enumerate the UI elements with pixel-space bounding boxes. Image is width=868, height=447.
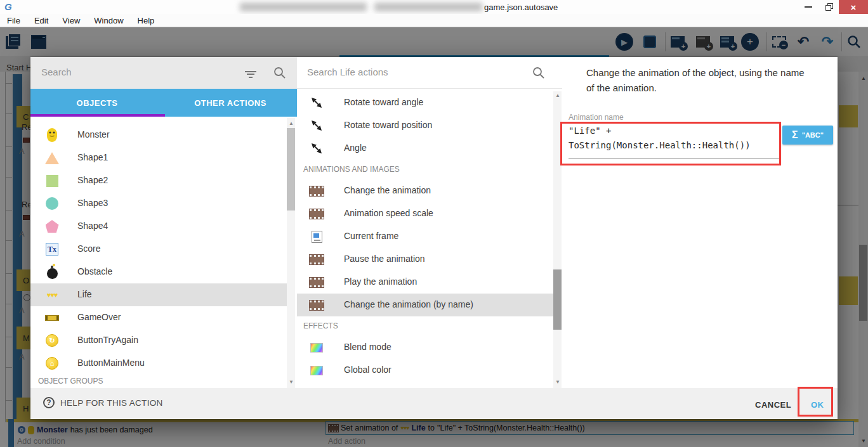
list-item-shape3[interactable]: Shape3 [30, 192, 287, 215]
film-strip-icon [307, 202, 326, 225]
window-title: game.json.autosave [484, 3, 558, 12]
search-icon[interactable] [273, 66, 287, 80]
action-item[interactable]: Rotate toward position [297, 114, 553, 137]
action-item[interactable]: Global color [297, 359, 553, 382]
action-item[interactable]: Current frame [297, 225, 553, 248]
circle-icon [43, 192, 61, 215]
scroll-down-icon[interactable]: ▼ [555, 379, 560, 385]
action-item[interactable]: Rotate toward angle [297, 91, 553, 114]
list-item-shape1[interactable]: Shape1 [30, 146, 287, 169]
field-label: Animation name [569, 113, 624, 122]
title-bar: G game.json.autosave × [0, 0, 868, 14]
list-item-shape2[interactable]: Shape2 [30, 169, 287, 192]
scroll-up-icon[interactable]: ▲ [289, 120, 294, 126]
section-header-animations: ANIMATIONS AND IMAGES [303, 165, 400, 174]
object-groups-header: OBJECT GROUPS [38, 377, 103, 385]
close-icon: × [851, 2, 857, 13]
film-strip-icon [307, 248, 326, 271]
filter-icon[interactable] [245, 69, 256, 79]
film-strip-icon [307, 179, 326, 202]
restore-icon [825, 3, 833, 11]
rainbow-icon [307, 359, 326, 382]
close-button[interactable]: × [839, 0, 868, 14]
app-logo-icon: G [4, 1, 12, 12]
action-item[interactable]: Angle [297, 137, 553, 160]
text-object-icon: Tx [43, 238, 61, 261]
menu-view[interactable]: View [55, 16, 87, 25]
menu-help[interactable]: Help [131, 16, 162, 25]
frame-icon [307, 225, 326, 248]
rainbow-icon [307, 336, 326, 359]
menu-bar: File Edit View Window Help [0, 14, 868, 27]
search-icon[interactable] [532, 66, 546, 80]
sigma-icon: Σ [792, 129, 798, 141]
rotate-arrow-icon [307, 114, 326, 137]
question-circle-icon: ? [43, 397, 55, 408]
object-tabs: OBJECTS OTHER ACTIONS [30, 89, 297, 117]
annotation-rect-ok [798, 387, 833, 417]
square-icon [43, 169, 61, 192]
film-strip-icon [307, 294, 326, 316]
rotate-arrow-icon [307, 137, 326, 160]
film-strip-icon [307, 271, 326, 294]
annotation-rect-field [560, 122, 781, 165]
list-item-buttonmainmenu[interactable]: ⌂ ButtonMainMenu [30, 352, 287, 375]
scroll-up-icon[interactable]: ▲ [555, 93, 560, 98]
restore-button[interactable] [820, 0, 839, 14]
list-item-gameover[interactable]: GameOver [30, 306, 287, 329]
action-item[interactable]: Blend mode [297, 336, 553, 359]
dialog-footer: ? HELP FOR THIS ACTION CANCEL OK [30, 388, 838, 419]
action-item[interactable]: Pause the animation [297, 248, 553, 271]
action-item-selected[interactable]: Change the animation (by name) [297, 294, 553, 316]
section-header-effects: EFFECTS [303, 321, 338, 330]
scroll-down-icon[interactable]: ▼ [289, 379, 294, 385]
cancel-button[interactable]: CANCEL [746, 394, 800, 415]
object-search-placeholder: Search [41, 67, 72, 77]
action-search-field[interactable]: Search Life actions [297, 57, 562, 89]
menu-edit[interactable]: Edit [27, 16, 55, 25]
hearts-icon: ♥♥♥ [43, 283, 61, 306]
action-search-placeholder: Search Life actions [307, 67, 388, 77]
redacted-title-segment [240, 3, 367, 11]
object-search-field[interactable]: Search [30, 57, 297, 89]
triangle-icon [43, 146, 61, 169]
app-content: ▶ + + + + − ↶ ↷ Start H C Re A Re A O A … [0, 27, 868, 447]
banner-icon [43, 306, 61, 329]
action-item[interactable]: Animation speed scale [297, 202, 553, 225]
action-item[interactable]: Play the animation [297, 271, 553, 294]
list-item-monster[interactable]: Monster [30, 124, 287, 146]
list-item-shape4[interactable]: Shape4 [30, 215, 287, 238]
list-item-score[interactable]: Tx Score [30, 238, 287, 261]
menu-file[interactable]: File [0, 16, 27, 25]
rotate-arrow-icon [307, 91, 326, 114]
tab-other-actions[interactable]: OTHER ACTIONS [164, 89, 297, 117]
menu-window[interactable]: Window [87, 16, 130, 25]
scrollbar-thumb[interactable] [553, 269, 562, 330]
bomb-icon [43, 261, 61, 283]
help-link[interactable]: ? HELP FOR THIS ACTION [43, 397, 163, 408]
tab-objects[interactable]: OBJECTS [30, 89, 164, 117]
pentagon-icon [43, 215, 61, 238]
minimize-button[interactable] [798, 0, 819, 14]
active-tab-indicator [30, 114, 165, 117]
reload-button-icon: ↻ [43, 329, 61, 352]
action-item[interactable]: Change the animation [297, 179, 553, 202]
monster-sprite-icon [43, 124, 61, 146]
list-item-obstacle[interactable]: Obstacle [30, 261, 287, 283]
action-description: Change the animation of the object, usin… [586, 65, 810, 96]
home-button-icon: ⌂ [43, 352, 61, 375]
instruction-editor-dialog: Search OBJECTS OTHER ACTIONS Monster Sha… [30, 57, 838, 419]
redacted-title-segment [374, 3, 482, 11]
list-item-life-selected[interactable]: ♥♥♥ Life [30, 283, 287, 306]
expression-editor-button[interactable]: Σ "ABC" [782, 126, 833, 145]
scrollbar-thumb[interactable] [287, 128, 295, 211]
list-item-buttontryagain[interactable]: ↻ ButtonTryAgain [30, 329, 287, 352]
